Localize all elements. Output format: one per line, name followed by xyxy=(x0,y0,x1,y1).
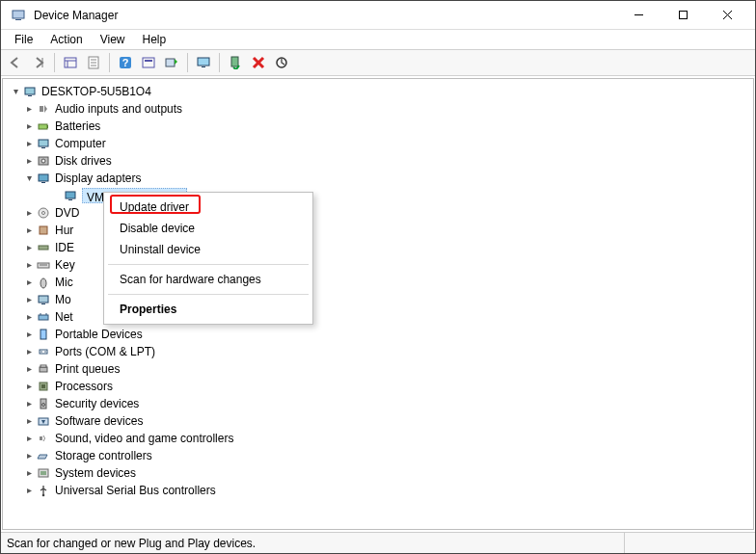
expand-arrow-icon[interactable]: ▸ xyxy=(22,204,36,222)
expand-arrow-icon[interactable]: ▸ xyxy=(22,360,36,378)
expand-arrow-icon[interactable]: ▸ xyxy=(22,482,36,499)
menubar: File Action View Help xyxy=(1,30,755,49)
minimize-button[interactable] xyxy=(616,2,661,29)
portable-icon xyxy=(36,327,51,342)
svg-point-64 xyxy=(42,494,45,497)
expand-arrow-icon[interactable]: ▸ xyxy=(22,447,36,464)
tree-item[interactable]: ▸Universal Serial Bus controllers xyxy=(3,482,753,499)
expand-arrow-icon[interactable]: ▸ xyxy=(22,395,36,412)
svg-rect-18 xyxy=(166,59,175,66)
toolbar-separator xyxy=(54,53,55,72)
svg-point-52 xyxy=(40,351,42,353)
forward-button[interactable] xyxy=(28,52,49,73)
tree-root[interactable]: ▾DESKTOP-5U5B1O4 xyxy=(3,83,753,100)
tree-item[interactable]: ▸Batteries xyxy=(3,118,753,135)
action-button[interactable] xyxy=(138,52,159,73)
expand-arrow-icon[interactable]: ▸ xyxy=(22,412,36,430)
context-menu: Update driverDisable deviceUninstall dev… xyxy=(103,192,313,325)
expand-arrow-icon[interactable]: ▸ xyxy=(22,118,36,135)
tree-item[interactable]: ▸Portable Devices xyxy=(3,326,753,343)
context-menu-item[interactable]: Update driver xyxy=(106,197,310,218)
context-menu-item[interactable]: Uninstall device xyxy=(106,239,310,260)
expand-arrow-icon[interactable]: ▸ xyxy=(22,239,36,256)
enable-device-button[interactable] xyxy=(225,52,246,73)
toolbar-separator xyxy=(109,53,110,72)
expand-arrow-icon[interactable]: ▸ xyxy=(22,100,36,118)
svg-rect-35 xyxy=(41,182,45,183)
svg-rect-3 xyxy=(679,12,687,19)
tree-item[interactable]: ▸Software devices xyxy=(3,412,753,430)
expand-arrow-icon[interactable]: ▸ xyxy=(22,326,36,343)
ide-icon xyxy=(36,240,51,255)
tree-item[interactable]: ▸Computer xyxy=(3,135,753,152)
svg-rect-61 xyxy=(40,436,42,440)
close-button[interactable] xyxy=(705,2,749,29)
titlebar: Device Manager xyxy=(1,1,755,30)
dvd-icon xyxy=(36,205,51,221)
svg-rect-7 xyxy=(65,58,76,67)
monitor-icon xyxy=(36,292,51,307)
svg-rect-20 xyxy=(202,66,205,67)
svg-rect-26 xyxy=(28,95,32,96)
menu-help[interactable]: Help xyxy=(135,32,175,47)
expand-arrow-icon[interactable]: ▸ xyxy=(22,343,36,360)
maximize-button[interactable] xyxy=(661,2,705,29)
expand-arrow-icon[interactable]: ▸ xyxy=(22,308,36,326)
svg-rect-31 xyxy=(41,147,45,148)
svg-rect-34 xyxy=(39,174,48,181)
show-hidden-button[interactable] xyxy=(60,52,81,73)
tree-item[interactable]: ▸Security devices xyxy=(3,395,753,412)
tree-item[interactable]: ▸System devices xyxy=(3,464,753,482)
help-button[interactable]: ? xyxy=(115,52,136,73)
mouse-icon xyxy=(36,275,51,290)
tree-item-label: Software devices xyxy=(55,412,143,430)
tree-item-label: System devices xyxy=(55,464,136,482)
expand-arrow-icon[interactable]: ▸ xyxy=(22,291,36,308)
monitor-button[interactable] xyxy=(193,52,214,73)
expand-arrow-icon[interactable]: ▸ xyxy=(22,222,36,239)
svg-rect-63 xyxy=(40,471,46,475)
tree-item-label: Net xyxy=(55,308,73,326)
expand-arrow-icon[interactable]: ▸ xyxy=(22,256,36,274)
uninstall-button[interactable] xyxy=(248,52,269,73)
expand-arrow-icon[interactable]: ▸ xyxy=(22,464,36,482)
menu-action[interactable]: Action xyxy=(42,32,90,47)
svg-rect-21 xyxy=(231,57,238,66)
context-menu-item[interactable]: Scan for hardware changes xyxy=(106,269,310,290)
sound-icon xyxy=(36,431,51,446)
back-button[interactable] xyxy=(5,52,26,73)
menu-file[interactable]: File xyxy=(7,32,40,47)
tree-item[interactable]: ▸Ports (COM & LPT) xyxy=(3,343,753,360)
expand-arrow-icon[interactable]: ▾ xyxy=(22,170,36,187)
svg-rect-25 xyxy=(25,88,35,94)
tree-item[interactable]: ▸Audio inputs and outputs xyxy=(3,100,753,118)
tree-item[interactable]: ▾Display adapters xyxy=(3,170,753,187)
tree-item[interactable]: ▸Disk drives xyxy=(3,152,753,170)
expand-arrow-icon[interactable]: ▸ xyxy=(22,152,36,170)
tree-item[interactable]: ▸Sound, video and game controllers xyxy=(3,430,753,447)
storage-icon xyxy=(36,448,51,463)
svg-text:?: ? xyxy=(122,57,129,68)
expand-arrow-icon[interactable]: ▸ xyxy=(22,378,36,395)
tree-item-label: Batteries xyxy=(55,118,100,135)
svg-rect-37 xyxy=(68,199,72,200)
tree-item[interactable]: ▸Print queues xyxy=(3,360,753,378)
update-driver-button[interactable] xyxy=(161,52,182,73)
keyboard-icon xyxy=(36,257,51,273)
tree-item[interactable]: ▸Storage controllers xyxy=(3,447,753,464)
menu-view[interactable]: View xyxy=(93,32,133,47)
svg-rect-45 xyxy=(39,296,48,303)
disk-icon xyxy=(36,153,51,169)
expand-arrow-icon[interactable]: ▸ xyxy=(22,430,36,447)
properties-button[interactable] xyxy=(83,52,104,73)
tree-item[interactable]: ▸Processors xyxy=(3,378,753,395)
context-menu-item[interactable]: Disable device xyxy=(106,218,310,239)
context-menu-item[interactable]: Properties xyxy=(106,299,310,320)
tree-item-label: IDE xyxy=(55,239,74,256)
expand-arrow-icon[interactable]: ▾ xyxy=(9,83,22,100)
scan-hardware-button[interactable] xyxy=(271,52,292,73)
expand-arrow-icon[interactable]: ▸ xyxy=(22,274,36,291)
tree-item-label: DESKTOP-5U5B1O4 xyxy=(41,83,151,100)
expand-arrow-icon[interactable]: ▸ xyxy=(22,135,36,152)
svg-rect-30 xyxy=(39,140,48,146)
